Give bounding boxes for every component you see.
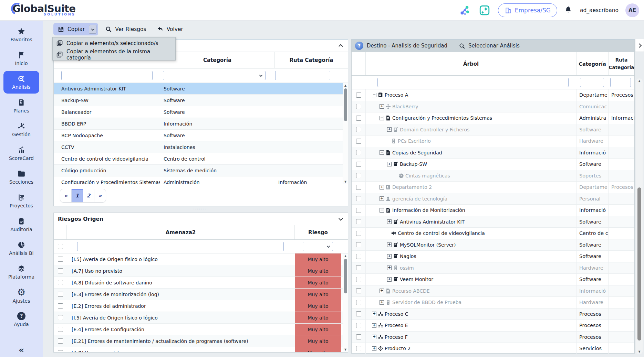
- scroll-up-arrow-icon[interactable]: ▲: [343, 255, 348, 258]
- tree-expand-toggle[interactable]: +: [387, 242, 392, 247]
- tree-row[interactable]: PCs EscritorioHardware: [352, 136, 634, 147]
- scroll-up-arrow-icon[interactable]: ▲: [636, 79, 643, 83]
- origin-table-row[interactable]: BCP NodoApacheSoftware: [54, 130, 348, 141]
- tree-row-checkbox[interactable]: [356, 93, 361, 98]
- risk-row-checkbox[interactable]: [58, 350, 63, 352]
- tree-expand-toggle[interactable]: +: [387, 127, 392, 132]
- ruta-filter-input[interactable]: [610, 78, 631, 87]
- risk-row-checkbox[interactable]: [58, 327, 63, 332]
- tree-expand-toggle[interactable]: +: [372, 323, 376, 328]
- tree-row-checkbox[interactable]: [356, 150, 361, 155]
- tree-row-checkbox[interactable]: [356, 323, 361, 328]
- tree-expand-toggle[interactable]: +: [387, 162, 392, 166]
- collapse-up-icon[interactable]: [339, 44, 343, 48]
- arbol-filter-input[interactable]: [377, 78, 569, 87]
- help-icon[interactable]: ?: [355, 42, 363, 50]
- sidebar-item-favoritos[interactable]: Favoritos: [3, 23, 39, 46]
- tree-expand-toggle[interactable]: +: [380, 196, 384, 201]
- tree-row[interactable]: +Recurso ABCDEInformació: [352, 285, 634, 297]
- tree-expand-toggle[interactable]: +: [372, 312, 376, 316]
- tree-row-checkbox[interactable]: [356, 104, 361, 109]
- copy-button[interactable]: Copiar: [53, 23, 98, 35]
- sidebar-item-secciones[interactable]: Secciones: [3, 166, 39, 188]
- scrollbar-thumb[interactable]: [637, 187, 641, 340]
- sidebar-item-scorecard[interactable]: ScoreCard: [3, 142, 39, 165]
- tree-expand-toggle[interactable]: +: [380, 104, 384, 109]
- categoria-filter-input[interactable]: [580, 78, 604, 87]
- tree-row-checkbox[interactable]: [356, 208, 361, 213]
- risk-row-checkbox[interactable]: [58, 292, 63, 297]
- scroll-down-arrow-icon[interactable]: ▼: [636, 350, 643, 353]
- tree-row[interactable]: −Configuración y Procedimientos Sistemas…: [352, 112, 634, 124]
- origin-table-row[interactable]: CCTVInstalaciones: [54, 141, 348, 153]
- tree-row-checkbox[interactable]: [356, 196, 361, 201]
- sidebar-item-ajustes[interactable]: ⚙Ajustes: [3, 284, 39, 307]
- origin-table-row[interactable]: Backup-SWSoftware: [54, 95, 348, 106]
- tree-scrollbar[interactable]: ▲ ▼: [636, 78, 643, 354]
- sidebar-item-gestion[interactable]: Gestión: [3, 118, 39, 141]
- tree-collapse-toggle[interactable]: −: [380, 150, 384, 155]
- origin-table-row[interactable]: Código producciónSistemas de medición: [54, 165, 348, 176]
- origin-table-row[interactable]: BBDD ERPInformación: [54, 118, 348, 130]
- sidebar-item-proyectos[interactable]: Proyectos: [3, 190, 39, 212]
- tree-row[interactable]: +BlackBerryComunicac: [352, 101, 634, 113]
- tree-expand-toggle[interactable]: +: [387, 277, 392, 282]
- select-all-checkbox[interactable]: [58, 244, 63, 249]
- tree-row[interactable]: +Backup-SWSoftware: [352, 159, 634, 170]
- tree-row-checkbox[interactable]: [356, 139, 361, 144]
- risk-row-checkbox[interactable]: [58, 257, 63, 262]
- tree-collapse-toggle[interactable]: −: [372, 93, 376, 97]
- tree-collapse-toggle[interactable]: −: [380, 208, 384, 213]
- tree-row[interactable]: +Producto 2Servicios: [352, 343, 634, 354]
- tree-row[interactable]: +Domain Controller y FicherosSoftware: [352, 124, 634, 136]
- pagination-page-1[interactable]: 1: [72, 189, 83, 202]
- tree-row[interactable]: Centro de control de videovigilanciaCent…: [352, 228, 634, 239]
- risk-row[interactable]: [E.3] Errores de monitorización (log)Muy…: [54, 289, 348, 300]
- risk-row-checkbox[interactable]: [58, 280, 63, 285]
- ai-assistant-icon[interactable]: [478, 4, 491, 17]
- risk-row-checkbox[interactable]: [58, 315, 63, 320]
- amenaza-filter-input[interactable]: [77, 242, 284, 251]
- tree-expand-toggle[interactable]: +: [380, 289, 384, 293]
- tree-expand-toggle[interactable]: +: [380, 300, 384, 305]
- categoria-filter-select[interactable]: [163, 71, 266, 80]
- risk-row-checkbox[interactable]: [58, 338, 63, 344]
- tree-row-checkbox[interactable]: [356, 116, 361, 121]
- panel-splitter[interactable]: ········: [53, 207, 348, 212]
- sidebar-item-analisis[interactable]: Análisis: [3, 71, 39, 94]
- tree-row[interactable]: +Departamento 2DepartameProcesos: [352, 182, 634, 193]
- copy-dropdown-toggle[interactable]: [89, 25, 96, 34]
- tree-expand-toggle[interactable]: +: [387, 266, 392, 270]
- scroll-down-arrow-icon[interactable]: ▼: [343, 348, 348, 351]
- scrollbar-thumb[interactable]: [344, 259, 347, 293]
- tree-row[interactable]: −Información de MonitorizaciónInformació: [352, 205, 634, 216]
- notifications-bell-icon[interactable]: [564, 6, 573, 15]
- tree-row-checkbox[interactable]: [356, 277, 361, 282]
- tree-row[interactable]: −Copias de SeguridadInformació: [352, 147, 634, 159]
- collapse-down-icon[interactable]: [339, 216, 343, 221]
- scroll-down-arrow-icon[interactable]: ▼: [343, 180, 348, 183]
- scroll-up-arrow-icon[interactable]: ▲: [343, 84, 348, 87]
- view-risks-button[interactable]: Ver Riesgos: [102, 26, 149, 33]
- tree-row[interactable]: +ossimHardware: [352, 262, 634, 274]
- risk-row-checkbox[interactable]: [58, 268, 63, 273]
- origin-table-row[interactable]: BalanceadorSoftware: [54, 106, 348, 118]
- pagination-page-2[interactable]: 2: [83, 189, 94, 202]
- tree-row-checkbox[interactable]: [356, 173, 361, 178]
- tree-row-checkbox[interactable]: [356, 300, 361, 305]
- sidebar-item-plataforma[interactable]: Plataforma: [3, 261, 39, 283]
- element-filter-input[interactable]: [61, 71, 153, 80]
- origin-table-row[interactable]: Centro de control de videovigilanciaCent…: [54, 153, 348, 165]
- tree-row-checkbox[interactable]: [356, 334, 361, 339]
- risk-row[interactable]: [I.5] Avería de Origen físico o lógicoMu…: [54, 312, 348, 324]
- sidebar-item-planes[interactable]: Planes: [3, 95, 39, 117]
- company-selector-button[interactable]: Empresa/SG: [498, 3, 557, 17]
- sidebar-item-ayuda[interactable]: ?Ayuda: [3, 308, 39, 331]
- risk-row[interactable]: [A.8] Difusión de software dañinoMuy alt…: [54, 277, 348, 289]
- select-analysis-button[interactable]: Seleccionar Análisis: [459, 43, 520, 49]
- tree-row[interactable]: +Proceso EProcesos: [352, 320, 634, 332]
- risk-row[interactable]: [A.7] Uso no previstoMuy alto: [54, 347, 348, 352]
- sidebar-item-inicio[interactable]: Inicio: [3, 47, 39, 70]
- tree-row-checkbox[interactable]: [356, 127, 361, 132]
- tree-expand-toggle[interactable]: +: [387, 219, 392, 224]
